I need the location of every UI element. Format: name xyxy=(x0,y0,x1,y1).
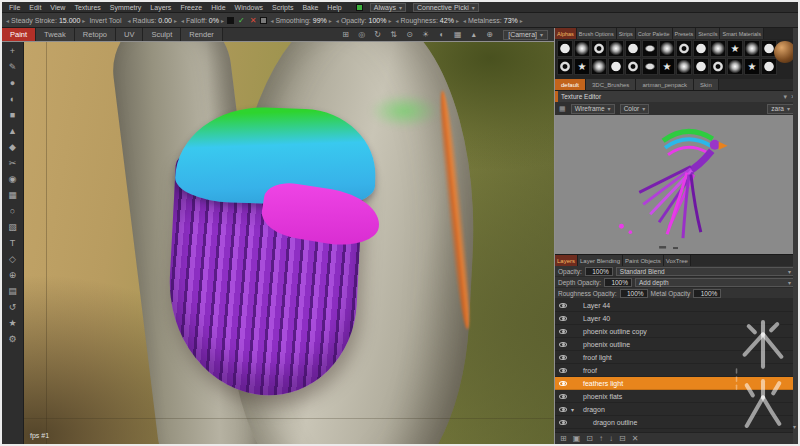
layer-row[interactable]: ▾ dragon outline xyxy=(555,416,798,429)
room-tab[interactable]: Paint xyxy=(2,28,36,41)
metal-opacity-input[interactable]: 100% xyxy=(693,289,721,298)
increment-icon[interactable]: ▸ xyxy=(388,17,391,24)
primary-color-swatch[interactable] xyxy=(227,17,234,24)
grid-icon[interactable]: ⊞ xyxy=(340,30,351,39)
room-tab[interactable]: Sculpt xyxy=(143,28,181,41)
layer-row[interactable]: ▾ dragon xyxy=(555,403,798,416)
alphas-panel-tab[interactable]: Stencils xyxy=(696,28,720,39)
menu-item[interactable]: View xyxy=(46,4,69,11)
alpha-brush-thumb[interactable] xyxy=(676,58,692,75)
room-tab[interactable]: Retopo xyxy=(75,28,116,41)
alpha-library-tab[interactable]: Skin xyxy=(694,79,719,90)
alpha-brush-thumb[interactable] xyxy=(608,58,624,75)
texture-editor-canvas[interactable] xyxy=(555,115,798,254)
alphas-panel-tab[interactable]: Brush Options xyxy=(577,28,617,39)
move-layer-down-icon[interactable]: ↓ xyxy=(609,434,613,443)
layer-list-scrollbar[interactable] xyxy=(793,28,798,444)
layers-panel-tab[interactable]: Paint Objects xyxy=(623,255,664,266)
favorites-tool[interactable]: ★ xyxy=(5,317,21,329)
history-tool[interactable]: ↺ xyxy=(5,301,21,313)
layer-row[interactable]: ▾ Layer 44 xyxy=(555,299,798,312)
decrement-icon[interactable]: ◂ xyxy=(336,17,339,24)
menu-item[interactable]: Bake xyxy=(298,4,322,11)
shapes-tool[interactable]: ▲ xyxy=(5,125,21,137)
alpha-brush-thumb[interactable] xyxy=(557,40,573,57)
cancel-icon[interactable]: ✕ xyxy=(250,16,257,25)
alphas-panel-tab[interactable]: Smart Materials xyxy=(720,28,764,39)
increment-icon[interactable]: ▸ xyxy=(174,17,177,24)
decrement-icon[interactable]: ◂ xyxy=(270,17,273,24)
alpha-brush-thumb[interactable] xyxy=(744,40,760,57)
alpha-brush-thumb[interactable] xyxy=(693,58,709,75)
alpha-brush-thumb[interactable] xyxy=(625,40,641,57)
brush-param[interactable]: ◂ Falloff: 0% ▸ xyxy=(181,17,224,24)
brush-param[interactable]: ◂ Metalness: 73% ▸ xyxy=(463,17,523,24)
visibility-eye-icon[interactable] xyxy=(557,404,569,415)
viewport-3d[interactable]: fps #1 xyxy=(24,42,554,444)
tex-options-icon[interactable]: ▦ xyxy=(559,105,566,113)
visibility-eye-icon[interactable] xyxy=(557,339,569,350)
curve-tool[interactable]: ◇ xyxy=(5,253,21,265)
zoom-icon[interactable]: ⊕ xyxy=(484,30,495,39)
menu-item[interactable]: Scripts xyxy=(268,4,297,11)
brush-param[interactable]: ◂ Steady Stroke: 15.000 ▸ xyxy=(6,17,85,24)
menu-item[interactable]: Freeze xyxy=(176,4,206,11)
focus-icon[interactable]: ◎ xyxy=(356,30,367,39)
menu-item[interactable]: File xyxy=(5,4,24,11)
wireframe-dropdown[interactable]: Wireframe▾ xyxy=(571,104,615,114)
delete-layer-icon[interactable]: ✕ xyxy=(632,434,639,443)
alphas-panel-tab[interactable]: Color Palette xyxy=(636,28,673,39)
menu-item[interactable]: Hide xyxy=(207,4,229,11)
layer-row[interactable]: ▾ froof xyxy=(555,364,798,377)
airbrush-tool[interactable]: ○ xyxy=(5,205,21,217)
brush-tool[interactable]: ✎ xyxy=(5,61,21,73)
orbit-icon[interactable]: ⊙ xyxy=(404,30,415,39)
increment-icon[interactable]: ▸ xyxy=(329,17,332,24)
move-tool[interactable]: + xyxy=(5,45,21,57)
alpha-brush-thumb[interactable] xyxy=(761,58,777,75)
alpha-brush-thumb[interactable] xyxy=(591,40,607,57)
visibility-eye-icon[interactable] xyxy=(557,365,569,376)
clone-tool[interactable]: ◉ xyxy=(5,173,21,185)
alpha-library-tab[interactable]: artman_penpack xyxy=(636,79,694,90)
depth-opacity-input[interactable]: 100% xyxy=(604,278,632,287)
layer-row[interactable]: ▾ Layer 40 xyxy=(555,312,798,325)
layer-row[interactable]: ▾ froof light xyxy=(555,351,798,364)
alpha-brush-thumb[interactable]: ★ xyxy=(574,58,590,75)
new-folder-icon[interactable]: ▣ xyxy=(573,434,581,443)
settings-tool[interactable]: ⚙ xyxy=(5,333,21,345)
alpha-brush-thumb[interactable] xyxy=(659,40,675,57)
layer-row[interactable]: ▾ phoenix outline copy xyxy=(555,325,798,338)
brush-color-swatch-icon[interactable] xyxy=(356,4,363,11)
alpha-brush-thumb[interactable] xyxy=(557,58,573,75)
decrement-icon[interactable]: ◂ xyxy=(463,17,466,24)
eraser-tool[interactable]: ● xyxy=(5,77,21,89)
alphas-panel-tab[interactable]: Strips xyxy=(617,28,636,39)
scroll-down-icon[interactable]: ▾ xyxy=(793,423,796,430)
menu-item[interactable]: Windows xyxy=(231,4,267,11)
group-caret-icon[interactable]: ▾ xyxy=(571,406,579,413)
camera-dropdown[interactable]: [Camera]▾ xyxy=(503,30,548,40)
visibility-eye-icon[interactable] xyxy=(557,417,569,428)
fill-tool[interactable]: ■ xyxy=(5,109,21,121)
brush-param[interactable]: ◂ Smoothing: 99% ▸ xyxy=(270,17,331,24)
alpha-brush-thumb[interactable] xyxy=(574,40,590,57)
pan-view-icon[interactable]: ⇅ xyxy=(388,30,399,39)
visibility-eye-icon[interactable] xyxy=(557,352,569,363)
hatch-tool[interactable]: ▧ xyxy=(5,221,21,233)
smudge-tool[interactable]: ◐ xyxy=(5,93,21,105)
up-axis-icon[interactable]: ▴ xyxy=(468,30,479,39)
decrement-icon[interactable]: ◂ xyxy=(6,17,9,24)
alpha-brush-thumb[interactable]: ★ xyxy=(659,58,675,75)
menu-item[interactable]: Layers xyxy=(146,4,175,11)
brush-param[interactable]: ◂ Roughness: 42% ▸ xyxy=(395,17,458,24)
panel-menu-icon[interactable]: ▾ xyxy=(783,93,787,101)
cut-tool[interactable]: ✂ xyxy=(5,157,21,169)
alpha-brush-thumb[interactable] xyxy=(710,40,726,57)
alpha-brush-thumb[interactable] xyxy=(591,58,607,75)
layer-row[interactable]: ▾ phoenix outline xyxy=(555,338,798,351)
spline-tool[interactable]: ◆ xyxy=(5,141,21,153)
visibility-eye-icon[interactable] xyxy=(557,378,569,389)
alpha-brush-thumb[interactable] xyxy=(710,58,726,75)
alpha-brush-thumb[interactable] xyxy=(608,40,624,57)
